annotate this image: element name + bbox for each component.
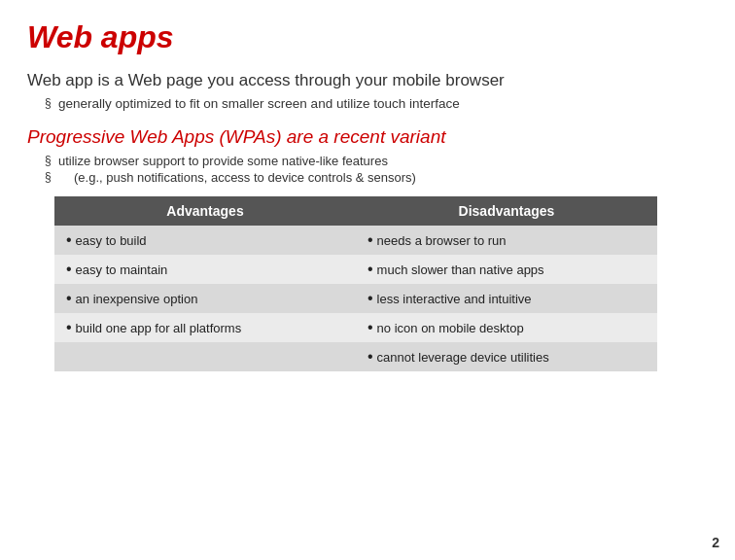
comparison-table: Advantages Disadvantages •easy to build•…	[54, 196, 657, 371]
section1-bullets: generally optimized to fit on smaller sc…	[27, 96, 708, 111]
table-row: •easy to maintain•much slower than nativ…	[54, 255, 657, 284]
main-content: Web apps Web app is a Web page you acces…	[0, 0, 735, 391]
section2-sub-bullet-1: utilize browser support to provide some …	[47, 154, 708, 168]
section2-subbullets: utilize browser support to provide some …	[47, 154, 708, 185]
table-cell-advantage	[54, 342, 356, 371]
table-header-advantages: Advantages	[54, 196, 356, 226]
table-cell-advantage: •easy to build	[54, 226, 356, 255]
table-cell-advantage: •build one app for all platforms	[54, 313, 356, 342]
page-number: 2	[712, 535, 719, 550]
table-cell-advantage: •easy to maintain	[54, 255, 356, 284]
table-cell-disadvantage: •less interactive and intuitive	[356, 284, 657, 313]
page-title: Web apps	[27, 19, 708, 55]
table-cell-advantage: •an inexpensive option	[54, 284, 356, 313]
table-cell-disadvantage: •needs a browser to run	[356, 226, 657, 255]
section1-bullet-1: generally optimized to fit on smaller sc…	[47, 96, 708, 111]
table-header-disadvantages: Disadvantages	[356, 196, 657, 226]
section2-heading: Progressive Web Apps (WPAs) are a recent…	[27, 126, 708, 148]
table-row: •cannot leverage device utilities	[54, 342, 657, 371]
section2-sub-bullet-2: (e.g., push notifications, access to dev…	[47, 170, 708, 185]
table-row: •easy to build•needs a browser to run	[54, 226, 657, 255]
table-row: •an inexpensive option•less interactive …	[54, 284, 657, 313]
section1-heading: Web app is a Web page you access through…	[27, 71, 708, 90]
table-cell-disadvantage: •much slower than native apps	[356, 255, 657, 284]
table-cell-disadvantage: •cannot leverage device utilities	[356, 342, 657, 371]
table-row: •build one app for all platforms•no icon…	[54, 313, 657, 342]
table-cell-disadvantage: •no icon on mobile desktop	[356, 313, 657, 342]
